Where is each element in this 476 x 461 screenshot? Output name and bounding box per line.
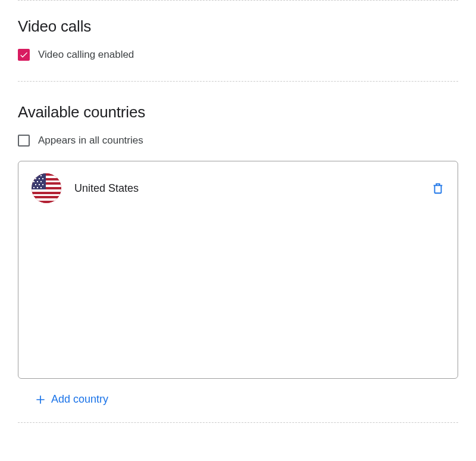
available-countries-title: Available countries <box>18 103 458 122</box>
video-calls-title: Video calls <box>18 17 458 36</box>
all-countries-checkbox-label: Appears in all countries <box>38 135 143 147</box>
video-calls-section: Video calls Video calling enabled <box>18 1 458 81</box>
available-countries-section: Available countries Appears in all count… <box>18 82 458 422</box>
add-country-label: Add country <box>51 393 108 406</box>
all-countries-checkbox[interactable] <box>18 135 30 147</box>
video-calling-checkbox-label: Video calling enabled <box>38 49 134 61</box>
country-name: United States <box>74 182 431 195</box>
delete-country-button[interactable] <box>431 182 444 195</box>
flag-icon <box>32 173 61 203</box>
add-country-button[interactable]: Add country <box>18 379 125 422</box>
video-calling-checkbox[interactable] <box>18 49 30 61</box>
countries-list-box: United States <box>18 161 458 379</box>
divider <box>18 422 458 423</box>
all-countries-checkbox-row: Appears in all countries <box>18 135 458 147</box>
check-icon <box>19 50 29 60</box>
country-row: United States <box>32 173 444 203</box>
plus-icon <box>35 394 46 406</box>
video-calling-checkbox-row: Video calling enabled <box>18 49 458 61</box>
trash-icon <box>431 182 444 195</box>
